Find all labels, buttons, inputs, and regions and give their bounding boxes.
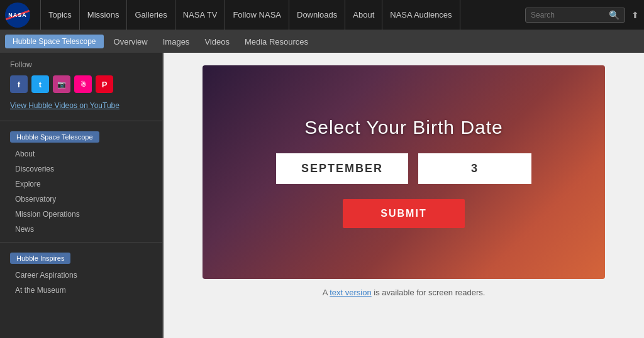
sidebar-observatory[interactable]: Observatory bbox=[0, 192, 162, 207]
note-suffix: is available for screen readers. bbox=[372, 288, 486, 297]
secondary-navigation: Hubble Space Telescope Overview Images V… bbox=[0, 30, 644, 53]
sidebar-mission-ops[interactable]: Mission Operations bbox=[0, 207, 162, 222]
main-layout: Follow f t 📷 ☃ P View Hubble Videos on Y… bbox=[0, 53, 644, 338]
sidebar-explore[interactable]: Explore bbox=[0, 177, 162, 192]
nav-audiences[interactable]: NASA Audiences bbox=[382, 0, 460, 30]
nav-follow[interactable]: Follow NASA bbox=[225, 0, 289, 30]
month-selector[interactable]: SEPTEMBER bbox=[276, 153, 408, 184]
pinterest-icon[interactable]: P bbox=[96, 75, 113, 93]
sec-nav-overview[interactable]: Overview bbox=[106, 37, 155, 46]
sidebar: Follow f t 📷 ☃ P View Hubble Videos on Y… bbox=[0, 53, 164, 338]
hubble-tab[interactable]: Hubble Space Telescope bbox=[5, 35, 104, 48]
sidebar-follow-label: Follow bbox=[10, 60, 152, 69]
facebook-icon[interactable]: f bbox=[10, 75, 28, 93]
flickr-icon[interactable]: ☃ bbox=[74, 75, 92, 93]
sidebar-career[interactable]: Career Aspirations bbox=[0, 268, 162, 283]
text-version-link[interactable]: text version bbox=[330, 288, 371, 297]
nav-items: Topics Missions Galleries NASA TV Follow… bbox=[40, 0, 520, 30]
day-selector[interactable]: 3 bbox=[418, 153, 531, 184]
sec-nav-media[interactable]: Media Resources bbox=[237, 37, 316, 46]
nav-downloads[interactable]: Downloads bbox=[289, 0, 345, 30]
sidebar-group1-title: Hubble Space Telescope bbox=[10, 131, 99, 143]
note-prefix: A bbox=[323, 288, 330, 297]
birth-date-title: Select Your Birth Date bbox=[304, 117, 503, 138]
sidebar-discoveries[interactable]: Discoveries bbox=[0, 161, 162, 177]
nav-missions[interactable]: Missions bbox=[80, 0, 128, 30]
youtube-link[interactable]: View Hubble Videos on YouTube bbox=[10, 101, 119, 110]
sidebar-follow-section: Follow f t 📷 ☃ P View Hubble Videos on Y… bbox=[0, 53, 162, 116]
instagram-icon[interactable]: 📷 bbox=[53, 75, 70, 93]
nasa-logo[interactable]: NASA bbox=[5, 3, 30, 28]
sidebar-group2-title: Hubble Inspires bbox=[10, 253, 70, 264]
submit-button[interactable]: SUBMIT bbox=[343, 199, 464, 228]
search-icon[interactable]: 🔍 bbox=[609, 10, 619, 20]
nav-about[interactable]: About bbox=[345, 0, 382, 30]
top-navigation: NASA Topics Missions Galleries NASA TV F… bbox=[0, 0, 644, 30]
birth-date-card: Select Your Birth Date SEPTEMBER 3 SUBMI… bbox=[203, 65, 605, 279]
nav-galleries[interactable]: Galleries bbox=[127, 0, 175, 30]
sidebar-museum[interactable]: At the Museum bbox=[0, 283, 162, 298]
nav-nasatv[interactable]: NASA TV bbox=[175, 0, 226, 30]
sidebar-news[interactable]: News bbox=[0, 222, 162, 237]
sec-nav-images[interactable]: Images bbox=[155, 37, 197, 46]
sidebar-about[interactable]: About bbox=[0, 146, 162, 161]
search-box[interactable]: 🔍 bbox=[525, 8, 625, 23]
social-icons-group: f t 📷 ☃ P bbox=[10, 75, 152, 93]
search-input[interactable] bbox=[531, 11, 606, 19]
text-version-note: A text version is available for screen r… bbox=[323, 288, 486, 297]
twitter-icon[interactable]: t bbox=[31, 75, 49, 93]
nav-topics[interactable]: Topics bbox=[40, 0, 80, 30]
nasa-logo-text: NASA bbox=[8, 12, 27, 18]
sec-nav-videos[interactable]: Videos bbox=[197, 37, 237, 46]
sidebar-divider-1 bbox=[0, 121, 162, 121]
sidebar-divider-2 bbox=[0, 242, 162, 243]
birth-date-selectors: SEPTEMBER 3 bbox=[276, 153, 531, 184]
share-icon[interactable]: ⬆ bbox=[631, 10, 639, 20]
content-area: Select Your Birth Date SEPTEMBER 3 SUBMI… bbox=[164, 53, 644, 338]
